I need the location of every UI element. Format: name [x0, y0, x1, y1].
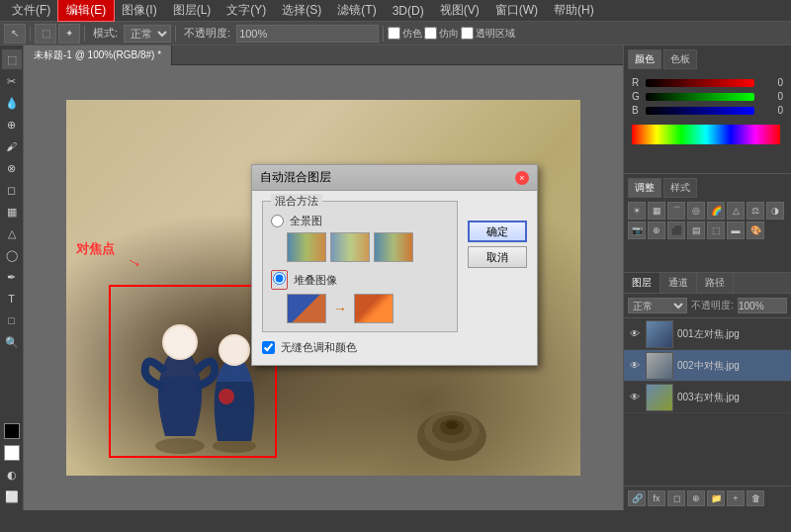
clone-tool[interactable]: ⊗ [2, 158, 22, 178]
curves-icon[interactable]: ⌒ [667, 202, 685, 220]
toumingqu-check[interactable]: 透明区域 [461, 27, 515, 41]
fangxiang-check[interactable]: 仿向 [424, 27, 459, 41]
zoom-tool[interactable]: 🔍 [2, 332, 22, 352]
menu-file[interactable]: 文件(F) [4, 0, 58, 21]
menu-text[interactable]: 文字(Y) [219, 0, 274, 21]
fangse-check[interactable]: 仿色 [388, 27, 422, 41]
shape-tool[interactable]: □ [2, 310, 22, 330]
brush-tool[interactable]: 🖌 [2, 136, 22, 156]
layer-item-1[interactable]: 👁 001左对焦.jpg [624, 318, 791, 350]
bw-icon[interactable]: ◑ [766, 202, 784, 220]
mask-mode[interactable]: ◐ [2, 465, 22, 485]
foreground-color[interactable] [4, 423, 20, 439]
posterize-icon[interactable]: ▤ [687, 222, 705, 239]
blend-mode-select[interactable]: 正常 [628, 298, 687, 313]
color-spectrum[interactable] [632, 125, 780, 144]
menu-edit[interactable]: 编辑(E) [58, 0, 114, 21]
panorama-option-row[interactable]: 全景图 [271, 214, 449, 228]
toumingqu-checkbox[interactable] [461, 27, 474, 40]
layer-thumb-2 [646, 352, 673, 380]
dialog-body: 混合方法 全景图 [252, 191, 537, 365]
layer-new-btn[interactable]: + [727, 490, 745, 506]
invert-icon[interactable]: ⬛ [667, 222, 685, 239]
left-toolbar: ⬚ ✂ 💧 ⊕ 🖌 ⊗ ◻ ▦ △ ◯ ✒ T □ 🔍 ◐ ⬜ [0, 45, 24, 510]
layer-item-2[interactable]: 👁 002中对焦.jpg [624, 350, 791, 382]
layer-fx-btn[interactable]: fx [648, 490, 665, 506]
blur-tool[interactable]: △ [2, 223, 22, 243]
channelmix-icon[interactable]: ⊕ [648, 222, 665, 239]
dodge-tool[interactable]: ◯ [2, 245, 22, 265]
style-tab[interactable]: 样式 [663, 178, 697, 198]
layer-mask-btn[interactable]: ◻ [667, 490, 685, 506]
levels-icon[interactable]: ▦ [648, 202, 665, 220]
document-tab[interactable]: 未标题-1 @ 100%(RGB/8#) * [24, 45, 172, 65]
colorbalance-icon[interactable]: ⚖ [747, 202, 764, 220]
photofilter-icon[interactable]: 📷 [628, 222, 646, 239]
background-color[interactable] [4, 445, 20, 461]
layer-link-btn[interactable]: 🔗 [628, 490, 646, 506]
lasso-tool[interactable]: ⬚ [35, 24, 56, 44]
menu-layer[interactable]: 图层(L) [165, 0, 220, 21]
red-slider-row: R 0 [632, 77, 783, 88]
layer-group-btn[interactable]: 📁 [707, 490, 725, 506]
selective-color-icon[interactable]: 🎨 [747, 222, 764, 239]
layer-item-3[interactable]: 👁 003右对焦.jpg [624, 382, 791, 413]
vibrance-icon[interactable]: 🌈 [707, 202, 725, 220]
layer-visibility-1[interactable]: 👁 [628, 327, 642, 341]
menu-window[interactable]: 窗口(W) [487, 0, 546, 21]
layers-tab[interactable]: 图层 [624, 273, 660, 293]
healing-tool[interactable]: ⊕ [2, 115, 22, 134]
eyedropper-tool[interactable]: 💧 [2, 93, 22, 113]
menu-image[interactable]: 图像(I) [114, 0, 164, 21]
text-tool[interactable]: T [2, 289, 22, 309]
gradient-tool[interactable]: ▦ [2, 202, 22, 222]
opacity-input[interactable] [738, 298, 787, 313]
red-slider[interactable] [646, 79, 754, 87]
stack-option-row[interactable]: 堆叠图像 [271, 270, 449, 290]
layer-visibility-2[interactable]: 👁 [628, 359, 642, 373]
paths-tab[interactable]: 路径 [697, 273, 734, 293]
layer-adj-btn[interactable]: ⊕ [687, 490, 705, 506]
fangxiang-checkbox[interactable] [424, 27, 437, 40]
svg-point-11 [446, 421, 458, 429]
channels-tab[interactable]: 通道 [660, 273, 697, 293]
canvas-content[interactable]: 对焦点 → 自动混合图层 × 混合方法 全景图 [24, 65, 623, 510]
layer-delete-btn[interactable]: 🗑 [747, 490, 764, 506]
fangse-checkbox[interactable] [388, 27, 400, 40]
menu-help[interactable]: 帮助(H) [546, 0, 602, 21]
opacity-input[interactable] [236, 25, 379, 43]
blue-slider[interactable] [646, 107, 754, 115]
layer-visibility-3[interactable]: 👁 [628, 391, 642, 404]
seamless-checkbox[interactable] [262, 341, 275, 354]
hsl-icon[interactable]: △ [727, 202, 745, 220]
color-tab[interactable]: 颜色 [628, 49, 661, 69]
auto-blend-dialog[interactable]: 自动混合图层 × 混合方法 全景图 [251, 164, 538, 366]
move-tool[interactable]: ↖ [4, 24, 26, 44]
screen-mode[interactable]: ⬜ [2, 487, 22, 506]
dialog-buttons: 确定 取消 [468, 221, 527, 268]
pen-tool[interactable]: ✒ [2, 267, 22, 287]
mode-select[interactable]: 正常 [124, 25, 171, 43]
ok-button[interactable]: 确定 [468, 221, 527, 242]
menu-3d[interactable]: 3D(D) [385, 2, 432, 20]
panorama-radio[interactable] [271, 215, 284, 227]
exposure-icon[interactable]: ◎ [687, 202, 705, 220]
menu-view[interactable]: 视图(V) [432, 0, 487, 21]
stack-radio[interactable] [273, 272, 286, 285]
dialog-close-button[interactable]: × [515, 171, 529, 185]
eraser-tool[interactable]: ◻ [2, 180, 22, 200]
swatch-tab[interactable]: 色板 [663, 49, 697, 69]
seamless-checkbox-row[interactable]: 无缝色调和颜色 [262, 340, 458, 355]
menu-select[interactable]: 选择(S) [274, 0, 329, 21]
menu-filter[interactable]: 滤镜(T) [329, 0, 384, 21]
magic-wand-tool[interactable]: ✦ [58, 24, 80, 44]
green-slider[interactable] [646, 93, 754, 101]
menu-bar: 文件(F) 编辑(E) 图像(I) 图层(L) 文字(Y) 选择(S) 滤镜(T… [0, 0, 791, 22]
gradient-map-icon[interactable]: ▬ [727, 222, 745, 239]
brightness-icon[interactable]: ☀ [628, 202, 646, 220]
adj-tab[interactable]: 调整 [628, 178, 661, 198]
threshold-icon[interactable]: ⬚ [707, 222, 725, 239]
selection-tool[interactable]: ⬚ [2, 49, 22, 69]
cancel-button[interactable]: 取消 [468, 246, 527, 268]
crop-tool[interactable]: ✂ [2, 71, 22, 91]
